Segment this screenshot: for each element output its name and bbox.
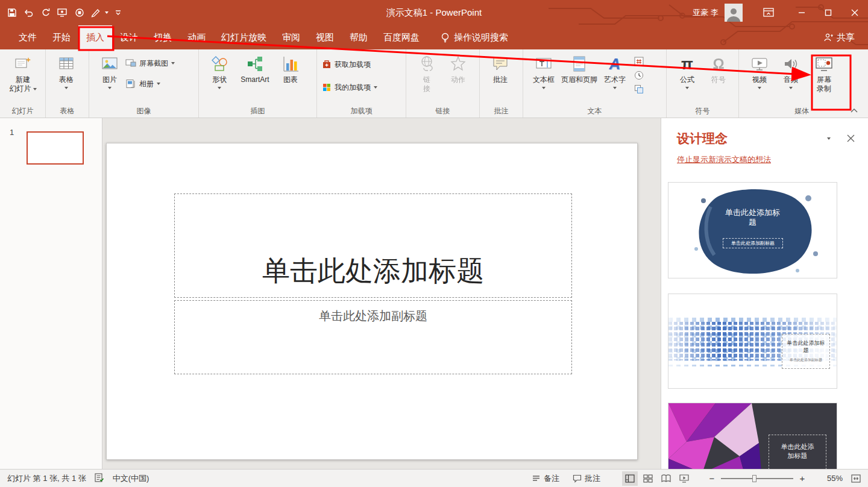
symbol-button[interactable]: Ω 符号 xyxy=(703,51,734,107)
share-button[interactable]: 共享 xyxy=(824,25,868,49)
start-recording-icon[interactable] xyxy=(57,7,68,19)
equation-icon: π xyxy=(678,54,697,74)
zoom-percentage[interactable]: 55% xyxy=(817,474,843,483)
ribbon-display-options-icon[interactable] xyxy=(758,0,779,25)
group-label-slides: 幻灯片 xyxy=(0,106,45,116)
chart-button[interactable]: 图表 xyxy=(275,51,306,107)
tab-home[interactable]: 开始 xyxy=(45,25,78,49)
tab-file[interactable]: 文件 xyxy=(11,25,45,49)
subtitle-placeholder[interactable]: 单击此处添加副标题 xyxy=(174,300,572,374)
comments-icon xyxy=(573,474,582,483)
group-links: 链 接 动作 链接 xyxy=(406,49,480,118)
repeat-icon[interactable] xyxy=(41,7,51,19)
notes-toggle[interactable]: 备注 xyxy=(532,473,559,484)
accessibility-check-icon[interactable] xyxy=(95,473,104,484)
ink-pen-icon[interactable] xyxy=(91,7,108,19)
my-addins-button[interactable]: 我的加载项 xyxy=(322,81,377,93)
dropdown-arrow-icon xyxy=(789,87,793,89)
smartart-label: SmartArt xyxy=(241,75,269,84)
pane-options-arrow-icon[interactable] xyxy=(827,137,831,140)
minimize-button[interactable] xyxy=(788,0,815,25)
tab-insert[interactable]: 插入 xyxy=(78,25,112,49)
save-icon[interactable] xyxy=(7,7,17,19)
object-button[interactable] xyxy=(633,84,645,95)
link-button[interactable]: 链 接 xyxy=(411,51,442,107)
fit-slide-to-window-button[interactable] xyxy=(849,471,863,486)
title-placeholder[interactable]: 单击此处添加标题 xyxy=(174,193,572,298)
screenshot-button[interactable]: 屏幕截图 xyxy=(125,57,175,69)
tab-review[interactable]: 审阅 xyxy=(274,25,308,49)
close-button[interactable] xyxy=(841,0,868,25)
tab-slideshow[interactable]: 幻灯片放映 xyxy=(213,25,274,49)
group-label-symbols: 符号 xyxy=(667,106,738,116)
tab-design[interactable]: 设计 xyxy=(112,25,146,49)
equation-button[interactable]: π 公式 xyxy=(671,51,703,107)
shapes-icon xyxy=(210,54,229,74)
zoom-in-button[interactable]: + xyxy=(798,473,807,483)
action-button[interactable]: 动作 xyxy=(442,51,474,107)
design-suggestion-3[interactable]: 单击此处添 加标题 xyxy=(668,403,837,469)
smartart-button[interactable]: SmartArt xyxy=(235,51,275,107)
wordart-button[interactable]: A 艺术字 xyxy=(599,51,631,107)
slide-number-button[interactable] xyxy=(633,56,645,67)
audio-button[interactable]: 音频 xyxy=(775,51,807,107)
design-suggestion-1[interactable]: 单击此处添加标 题 单击此处添加副标题 xyxy=(668,182,837,278)
zoom-slider-thumb[interactable] xyxy=(752,475,756,482)
new-slide-button[interactable]: 新建 幻灯片 xyxy=(5,51,41,107)
design3-title-box: 单击此处添 加标题 xyxy=(769,435,826,469)
slide-thumbnail-number: 1 xyxy=(10,128,14,137)
normal-view-button[interactable] xyxy=(622,471,638,486)
chart-label: 图表 xyxy=(283,75,298,84)
date-time-button[interactable] xyxy=(633,70,645,81)
shapes-button[interactable]: 形状 xyxy=(204,51,235,107)
symbol-label: 符号 xyxy=(711,75,726,84)
slide-sorter-view-button[interactable] xyxy=(640,471,656,486)
tab-baidu-netdisk[interactable]: 百度网盘 xyxy=(376,25,427,49)
collapse-ribbon-button[interactable] xyxy=(848,105,861,115)
close-pane-icon[interactable] xyxy=(844,133,857,145)
customize-qat-icon[interactable] xyxy=(115,7,121,19)
group-media: 视频 音频 屏幕 录制 媒体 xyxy=(739,49,864,118)
zoom-out-button[interactable]: − xyxy=(708,473,716,483)
language-status[interactable]: 中文(中国) xyxy=(113,473,149,484)
link-label-2: 接 xyxy=(423,84,430,93)
tab-help[interactable]: 帮助 xyxy=(342,25,376,49)
maximize-button[interactable] xyxy=(815,0,841,25)
group-label-illustrations: 插图 xyxy=(199,106,316,116)
reading-view-button[interactable] xyxy=(658,471,674,486)
screen-recording-button[interactable]: 屏幕 录制 xyxy=(807,51,841,107)
stop-design-ideas-link[interactable]: 停止显示新演示文稿的想法 xyxy=(677,154,852,165)
slideshow-view-button[interactable] xyxy=(676,471,692,486)
tab-transitions[interactable]: 切换 xyxy=(146,25,180,49)
tab-view[interactable]: 视图 xyxy=(308,25,342,49)
slide-thumbnail[interactable] xyxy=(27,131,84,165)
dropdown-arrow-icon xyxy=(758,87,761,89)
textbox-button[interactable]: 文本框 xyxy=(528,51,559,107)
comment-label: 批注 xyxy=(493,75,508,84)
comments-toggle[interactable]: 批注 xyxy=(573,473,600,484)
header-footer-button[interactable]: 页眉和页脚 xyxy=(559,51,599,107)
photo-album-button[interactable]: 相册 xyxy=(125,78,175,90)
screen-recording-label-1: 屏幕 xyxy=(817,75,831,84)
ribbon: 新建 幻灯片 幻灯片 表格 表格 图片 屏幕截图 xyxy=(0,49,868,118)
share-label: 共享 xyxy=(837,32,855,43)
get-addins-button[interactable]: 获取加载项 xyxy=(322,58,377,71)
comment-button[interactable]: 批注 xyxy=(485,51,516,107)
slide-editor[interactable]: 单击此处添加标题 单击此处添加副标题 xyxy=(106,143,638,460)
avatar[interactable] xyxy=(725,4,743,22)
screen-recording-label-2: 录制 xyxy=(817,84,831,93)
dropdown-arrow-icon xyxy=(374,86,377,89)
design-ideas-title: 设计理念 xyxy=(677,130,728,147)
photo-album-icon xyxy=(125,79,136,89)
tab-animations[interactable]: 动画 xyxy=(180,25,213,49)
video-button[interactable]: 视频 xyxy=(744,51,775,107)
zoom-slider[interactable] xyxy=(721,478,793,479)
stop-recording-icon[interactable] xyxy=(75,7,84,19)
undo-icon[interactable] xyxy=(24,7,34,19)
user-name[interactable]: 亚豪 李 xyxy=(693,7,719,18)
design-suggestion-2[interactable]: 单击此处添加标 题 单击此处添加副标题 xyxy=(668,294,837,389)
table-button[interactable]: 表格 xyxy=(51,51,82,107)
tell-me-search[interactable]: 操作说明搜索 xyxy=(441,25,508,49)
picture-button[interactable]: 图片 xyxy=(94,51,125,107)
screenshot-label: 屏幕截图 xyxy=(139,58,168,69)
